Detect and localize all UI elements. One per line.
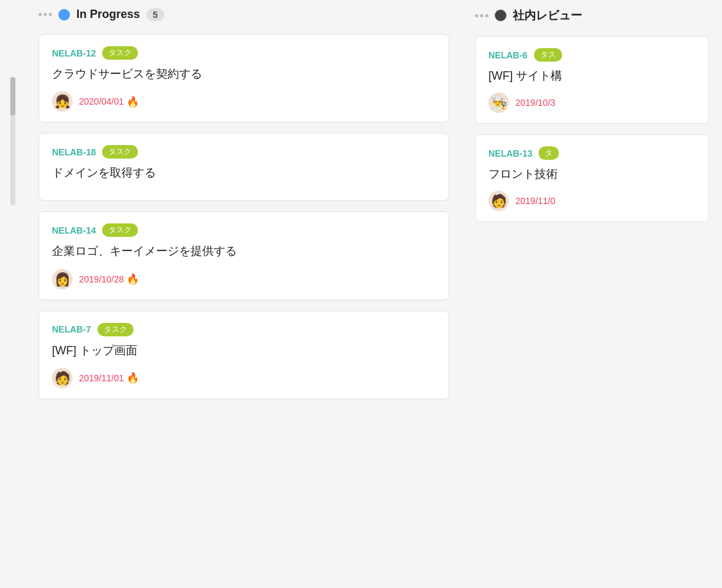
card-date: 2020/04/01 🔥 bbox=[79, 96, 139, 108]
card-nelab-18[interactable]: NELAB-18 タスク ドメインを取得する bbox=[39, 133, 449, 201]
date-text: 2020/04/01 bbox=[79, 96, 124, 107]
card-tag: タス bbox=[534, 48, 562, 62]
card-title: ドメインを取得する bbox=[52, 165, 436, 181]
scroll-indicator bbox=[0, 0, 26, 588]
fire-icon: 🔥 bbox=[126, 273, 139, 285]
card-id: NELAB-13 bbox=[488, 148, 532, 159]
date-text: 2019/10/3 bbox=[515, 98, 555, 108]
avatar: 🧑 bbox=[488, 191, 509, 211]
column-title-review: 社内レビュー bbox=[513, 8, 582, 23]
avatar: 🧑 bbox=[52, 368, 73, 388]
card-nelab-12[interactable]: NELAB-12 タスク クラウドサービスを契約する 👧 2020/04/01 … bbox=[39, 34, 449, 123]
card-date: 2019/10/28 🔥 bbox=[79, 273, 139, 285]
card-id: NELAB-6 bbox=[488, 50, 528, 60]
card-tag: タスク bbox=[102, 46, 138, 60]
card-header: NELAB-12 タスク bbox=[52, 46, 436, 60]
card-date: 2019/11/01 🔥 bbox=[79, 372, 139, 384]
card-id: NELAB-12 bbox=[52, 48, 96, 58]
column-header-review: 社内レビュー bbox=[475, 0, 709, 36]
date-text: 2019/11/01 bbox=[79, 373, 124, 383]
column-review: 社内レビュー NELAB-6 タス [WF] サイト構 👨‍🍳 2019/10/… bbox=[462, 0, 722, 588]
column-header-in-progress: In Progress 5 bbox=[39, 0, 449, 34]
kanban-board: In Progress 5 NELAB-12 タスク クラウドサービスを契約する… bbox=[0, 0, 722, 588]
card-title: [WF] トップ画面 bbox=[52, 343, 436, 359]
status-dot-blue bbox=[58, 9, 70, 21]
card-nelab-6[interactable]: NELAB-6 タス [WF] サイト構 👨‍🍳 2019/10/3 bbox=[475, 36, 709, 124]
column-count: 5 bbox=[146, 8, 164, 21]
column-title: In Progress bbox=[76, 8, 140, 21]
column-in-progress: In Progress 5 NELAB-12 タスク クラウドサービスを契約する… bbox=[26, 0, 462, 588]
card-footer: 👨‍🍳 2019/10/3 bbox=[488, 92, 696, 113]
column-menu-dots-right[interactable] bbox=[475, 14, 488, 17]
card-header: NELAB-7 タスク bbox=[52, 323, 436, 336]
card-header: NELAB-6 タス bbox=[488, 48, 696, 62]
card-date: 2019/11/0 bbox=[515, 196, 555, 206]
fire-icon: 🔥 bbox=[126, 96, 139, 108]
card-date: 2019/10/3 bbox=[515, 98, 555, 108]
column-menu-dots-left[interactable] bbox=[39, 13, 52, 16]
card-footer: 👧 2020/04/01 🔥 bbox=[52, 91, 436, 112]
scroll-thumb bbox=[10, 77, 15, 116]
card-id: NELAB-14 bbox=[52, 225, 96, 236]
date-text: 2019/11/0 bbox=[515, 196, 555, 206]
cards-list-review: NELAB-6 タス [WF] サイト構 👨‍🍳 2019/10/3 NELAB… bbox=[475, 36, 709, 222]
card-header: NELAB-13 タ bbox=[488, 146, 696, 160]
card-title: クラウドサービスを契約する bbox=[52, 66, 436, 82]
card-nelab-13[interactable]: NELAB-13 タ フロント技術 🧑 2019/11/0 bbox=[475, 134, 709, 222]
card-title: フロント技術 bbox=[488, 166, 696, 182]
avatar: 👩 bbox=[52, 269, 73, 290]
card-tag: タスク bbox=[102, 145, 138, 159]
scroll-track bbox=[10, 77, 15, 205]
card-nelab-7[interactable]: NELAB-7 タスク [WF] トップ画面 🧑 2019/11/01 🔥 bbox=[39, 311, 449, 399]
avatar: 👧 bbox=[52, 91, 73, 112]
card-header: NELAB-14 タスク bbox=[52, 223, 436, 237]
avatar: 👨‍🍳 bbox=[488, 92, 509, 113]
card-footer: 🧑 2019/11/0 bbox=[488, 191, 696, 211]
card-title: [WF] サイト構 bbox=[488, 68, 696, 83]
date-text: 2019/10/28 bbox=[79, 274, 124, 284]
card-nelab-14[interactable]: NELAB-14 タスク 企業ロゴ、キーイメージを提供する 👩 2019/10/… bbox=[39, 211, 449, 300]
card-title: 企業ロゴ、キーイメージを提供する bbox=[52, 243, 436, 259]
card-tag: タスク bbox=[102, 223, 138, 237]
card-id: NELAB-7 bbox=[52, 324, 91, 334]
cards-list-in-progress: NELAB-12 タスク クラウドサービスを契約する 👧 2020/04/01 … bbox=[39, 34, 449, 399]
card-footer: 🧑 2019/11/01 🔥 bbox=[52, 368, 436, 388]
status-dot-dark bbox=[495, 10, 506, 21]
card-tag: タ bbox=[538, 146, 559, 160]
card-tag: タスク bbox=[98, 323, 133, 336]
card-header: NELAB-18 タスク bbox=[52, 145, 436, 159]
card-footer: 👩 2019/10/28 🔥 bbox=[52, 269, 436, 290]
card-id: NELAB-18 bbox=[52, 147, 96, 157]
fire-icon: 🔥 bbox=[126, 372, 139, 384]
